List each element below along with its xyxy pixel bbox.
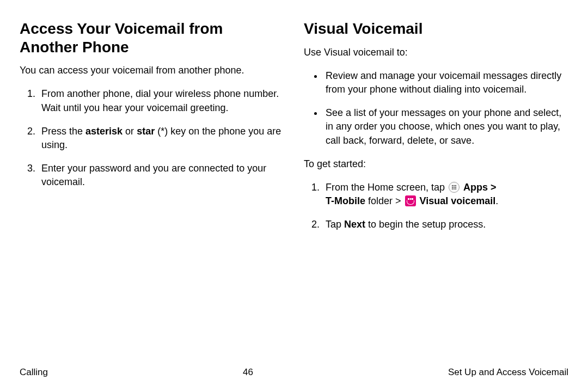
step-item: From the Home screen, tap Apps > T-Mobil…	[322, 181, 568, 208]
heading-visual-voicemail: Visual Voicemail	[304, 20, 568, 38]
bullet-item: See a list of your messages on your phon…	[323, 106, 568, 148]
step-item: From another phone, dial your wireless p…	[38, 87, 284, 114]
footer-left: Calling	[20, 367, 48, 378]
page-footer: Calling 46 Set Up and Access Voicemail	[20, 367, 568, 378]
text: Tap	[326, 219, 344, 230]
steps-left: From another phone, dial your wireless p…	[20, 87, 284, 189]
started-label: To get started:	[304, 157, 568, 171]
text: .	[495, 195, 498, 206]
intro-right: Use Visual voicemail to:	[304, 46, 568, 59]
page-number: 46	[243, 367, 253, 378]
step-item: Press the asterisk or star (*) key on th…	[38, 125, 284, 152]
text: or	[122, 126, 137, 137]
apps-icon	[449, 182, 460, 193]
bold-text: Visual voicemail	[420, 195, 496, 206]
text: Press the	[41, 126, 85, 137]
bullets-right: Review and manage your voicemail message…	[304, 69, 568, 148]
step-item: Enter your password and you are connecte…	[38, 162, 284, 189]
step-item: Tap Next to begin the setup process.	[322, 218, 568, 231]
left-column: Access Your Voicemail from Another Phone…	[20, 20, 284, 241]
chevron-text: >	[488, 182, 497, 193]
bold-text: star	[137, 126, 155, 137]
heading-access-voicemail: Access Your Voicemail from Another Phone	[20, 20, 284, 56]
text: From the Home screen, tap	[326, 182, 448, 193]
steps-right: From the Home screen, tap Apps > T-Mobil…	[304, 181, 568, 232]
text: to begin the setup process.	[365, 219, 486, 230]
right-column: Visual Voicemail Use Visual voicemail to…	[304, 20, 568, 241]
bold-text: Next	[344, 219, 365, 230]
bold-text: Apps	[463, 182, 488, 193]
intro-left: You can access your voicemail from anoth…	[20, 64, 284, 77]
bold-text: T-Mobile	[326, 195, 365, 206]
visual-voicemail-icon	[405, 195, 416, 206]
text: folder >	[365, 195, 404, 206]
footer-right: Set Up and Access Voicemail	[448, 367, 568, 378]
bold-text: asterisk	[85, 126, 122, 137]
bullet-item: Review and manage your voicemail message…	[323, 69, 568, 96]
